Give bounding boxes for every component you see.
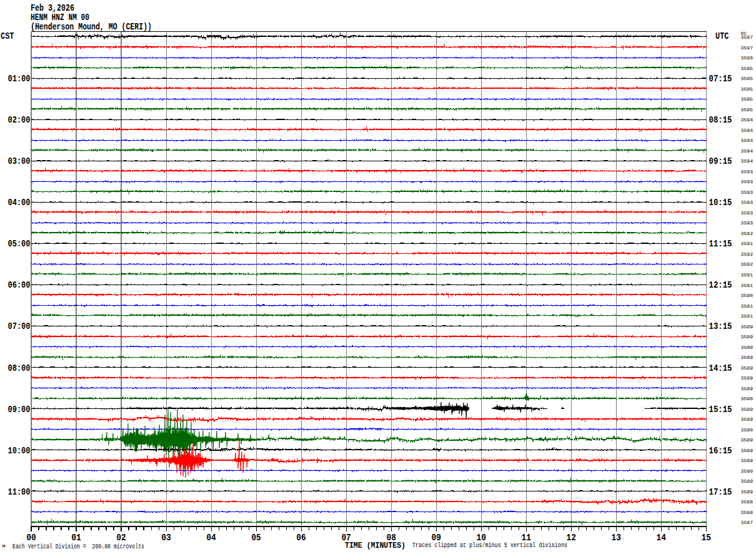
svg-text:3589: 3589	[741, 406, 754, 412]
svg-text:02:00: 02:00	[8, 115, 31, 125]
svg-text:CST: CST	[1, 31, 14, 41]
svg-text:3589: 3589	[741, 334, 754, 340]
svg-text:Each Vertical Division = 200.: Each Vertical Division = 200.00 microvol…	[12, 542, 144, 550]
svg-text:08:15: 08:15	[709, 115, 732, 125]
svg-text:11:15: 11:15	[709, 239, 732, 249]
svg-text:3594: 3594	[741, 158, 754, 164]
svg-text:04:00: 04:00	[8, 198, 31, 208]
svg-text:TIME (MINUTES): TIME (MINUTES)	[345, 541, 405, 550]
svg-text:14:15: 14:15	[709, 363, 732, 373]
svg-text:3593: 3593	[741, 169, 754, 174]
svg-text:3597: 3597	[741, 34, 754, 40]
svg-text:3590: 3590	[741, 396, 754, 401]
svg-text:3589: 3589	[741, 355, 754, 360]
svg-text:03:00: 03:00	[8, 156, 31, 166]
svg-text:3592: 3592	[741, 261, 754, 267]
svg-text:3589: 3589	[741, 365, 754, 371]
svg-text:3590: 3590	[741, 468, 754, 474]
svg-text:3592: 3592	[741, 231, 754, 236]
svg-text:3594: 3594	[741, 148, 754, 154]
svg-text:3593: 3593	[741, 199, 754, 205]
svg-text:3593: 3593	[741, 189, 754, 195]
svg-text:08:00: 08:00	[8, 363, 31, 373]
svg-text:04: 04	[206, 533, 216, 543]
svg-text:3590: 3590	[741, 293, 754, 298]
svg-text:3589: 3589	[741, 478, 754, 484]
svg-text:3591: 3591	[741, 241, 754, 246]
svg-text:05: 05	[251, 533, 261, 543]
svg-text:3588: 3588	[741, 499, 754, 505]
svg-text:07:15: 07:15	[709, 74, 732, 84]
svg-text:09:15: 09:15	[709, 156, 732, 166]
svg-text:3589: 3589	[741, 375, 754, 381]
svg-text:3590: 3590	[741, 345, 754, 350]
svg-text:M: M	[2, 544, 6, 549]
svg-text:3595: 3595	[741, 107, 754, 113]
svg-text:3594: 3594	[741, 138, 754, 143]
svg-text:3589: 3589	[741, 489, 754, 495]
svg-text:15: 15	[702, 533, 712, 543]
svg-text:03: 03	[161, 533, 171, 543]
svg-text:01:00: 01:00	[8, 74, 31, 84]
svg-text:10:15: 10:15	[709, 198, 732, 208]
svg-text:13: 13	[612, 533, 622, 543]
svg-text:12: 12	[566, 533, 576, 543]
svg-text:3595: 3595	[741, 96, 754, 102]
svg-text:12:15: 12:15	[709, 280, 732, 290]
svg-text:06: 06	[296, 533, 306, 543]
svg-text:17:15: 17:15	[709, 487, 732, 497]
svg-text:16:15: 16:15	[709, 446, 732, 456]
svg-text:3589: 3589	[741, 437, 754, 443]
svg-text:3595: 3595	[741, 86, 754, 92]
svg-text:Traces clipped at plus/minus 5: Traces clipped at plus/minus 5 vertical …	[412, 541, 567, 549]
svg-text:3595: 3595	[741, 66, 754, 71]
svg-text:3591: 3591	[741, 283, 754, 288]
svg-text:Feb 3,2026: Feb 3,2026	[31, 3, 74, 13]
svg-text:3592: 3592	[741, 251, 754, 257]
svg-text:HENM HNZ NM 00: HENM HNZ NM 00	[31, 13, 89, 23]
svg-text:3589: 3589	[741, 324, 754, 330]
svg-text:3588: 3588	[741, 510, 754, 515]
svg-text:3589: 3589	[741, 416, 754, 422]
svg-text:3597: 3597	[741, 45, 754, 51]
svg-text:3589: 3589	[741, 386, 754, 391]
svg-text:14: 14	[657, 533, 667, 543]
svg-text:06:00: 06:00	[8, 280, 31, 290]
svg-text:3589: 3589	[741, 448, 754, 453]
svg-text:3590: 3590	[741, 427, 754, 433]
svg-text:3596: 3596	[741, 55, 754, 61]
svg-text:15:15: 15:15	[709, 405, 732, 415]
svg-text:3595: 3595	[741, 76, 754, 81]
svg-text:3593: 3593	[741, 210, 754, 216]
svg-text:UTC: UTC	[715, 31, 729, 41]
svg-text:3591: 3591	[741, 313, 754, 319]
svg-text:05:00: 05:00	[8, 239, 31, 249]
svg-text:09:00: 09:00	[8, 405, 31, 415]
svg-text:3593: 3593	[741, 179, 754, 184]
svg-text:10:00: 10:00	[8, 446, 31, 456]
svg-text:3591: 3591	[741, 272, 754, 278]
svg-text:3594: 3594	[741, 128, 754, 133]
svg-text:(Henderson Mound, MO (CERI)): (Henderson Mound, MO (CERI))	[31, 22, 152, 32]
svg-text:3594: 3594	[741, 117, 754, 123]
svg-text:3593: 3593	[741, 220, 754, 226]
svg-text:13:15: 13:15	[709, 321, 732, 331]
svg-text:07:00: 07:00	[8, 321, 31, 331]
svg-text:11:00: 11:00	[8, 487, 31, 497]
svg-text:3591: 3591	[741, 303, 754, 309]
svg-text:3589: 3589	[741, 458, 754, 463]
svg-text:3587: 3587	[741, 520, 754, 525]
